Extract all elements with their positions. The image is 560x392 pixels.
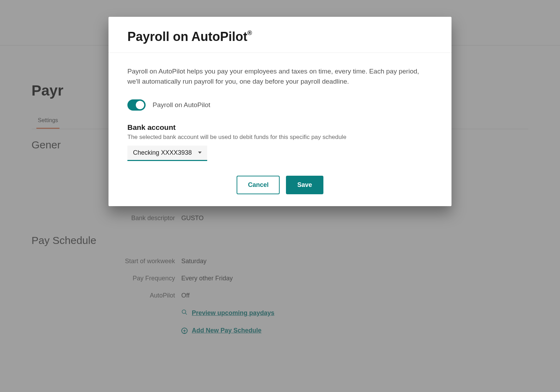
bank-account-select[interactable]: Checking XXXX3938 [127, 146, 207, 161]
modal-header: Payroll on AutoPilot® [108, 17, 451, 53]
modal-title-text: Payroll on AutoPilot [127, 29, 247, 44]
modal-title: Payroll on AutoPilot® [127, 29, 433, 44]
modal-body: Payroll on AutoPilot helps you pay your … [108, 53, 451, 168]
modal-overlay[interactable]: Payroll on AutoPilot® Payroll on AutoPil… [0, 0, 560, 392]
registered-mark: ® [247, 29, 252, 37]
modal-footer: Cancel Save [108, 168, 451, 206]
bank-account-label: Bank account [127, 123, 433, 132]
cancel-button[interactable]: Cancel [237, 176, 280, 194]
autopilot-toggle-label: Payroll on AutoPilot [153, 101, 210, 109]
toggle-row: Payroll on AutoPilot [127, 99, 433, 111]
bank-account-selected: Checking XXXX3938 [133, 149, 192, 156]
bank-account-help: The selected bank account will be used t… [127, 134, 433, 141]
toggle-knob [136, 101, 144, 109]
autopilot-toggle[interactable] [127, 99, 146, 111]
autopilot-modal: Payroll on AutoPilot® Payroll on AutoPil… [108, 17, 451, 206]
modal-description: Payroll on AutoPilot helps you pay your … [127, 66, 433, 87]
chevron-down-icon [198, 152, 202, 154]
save-button[interactable]: Save [286, 176, 323, 194]
